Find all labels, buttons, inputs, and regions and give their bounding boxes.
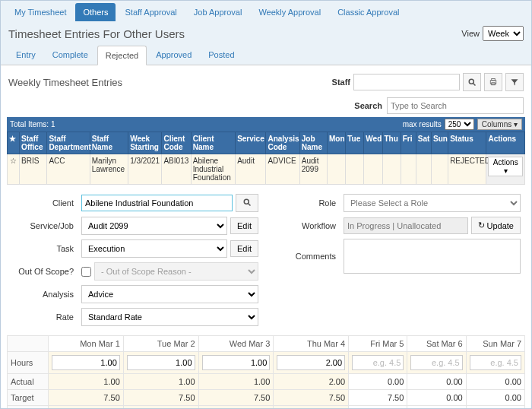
role-select[interactable]: Please Select a Role — [344, 194, 521, 212]
status-thu: REJECTED i — [274, 406, 349, 410]
target-thu: 7.50 — [274, 390, 349, 406]
tab-posted[interactable]: Posted — [201, 46, 242, 65]
nav-staff-approval[interactable]: Staff Approval — [117, 3, 184, 21]
day-h-3: Thu Mar 4 — [274, 336, 349, 352]
svg-point-0 — [469, 79, 473, 84]
nav-my-timesheet[interactable]: My Timesheet — [7, 3, 74, 21]
col-fri[interactable]: Fri — [401, 132, 416, 154]
nav-classic-approval[interactable]: Classic Approval — [330, 3, 407, 21]
print-button[interactable] — [484, 73, 502, 91]
columns-button[interactable]: Columns ▾ — [477, 119, 522, 130]
svg-line-1 — [473, 84, 476, 86]
tab-entry[interactable]: Entry — [8, 46, 43, 65]
table-row[interactable]: ☆ BRIS ACC Marilyn Lawrence 1/3/2021 ABI… — [8, 154, 525, 185]
view-select[interactable]: Week — [483, 26, 524, 41]
col-wed[interactable]: Wed — [364, 132, 382, 154]
col-mon[interactable]: Mon — [328, 132, 346, 154]
search-input[interactable] — [387, 97, 524, 114]
col-analysis[interactable]: Analysis Code — [266, 132, 299, 154]
staff-input[interactable] — [353, 74, 460, 90]
status-mon: REJECTED i — [49, 406, 124, 410]
cell-name: Marilyn Lawrence — [90, 154, 128, 185]
actual-fri: 0.00 — [349, 374, 407, 390]
rate-select[interactable]: Standard Rate — [81, 308, 258, 326]
comments-label: Comments — [274, 252, 344, 261]
task-select[interactable]: Execution — [81, 239, 227, 258]
cell-ccode: ABI013 — [162, 154, 191, 185]
service-select[interactable]: Audit 2099 — [81, 217, 227, 235]
col-sun[interactable]: Sun — [431, 132, 448, 154]
hours-sun[interactable] — [470, 355, 521, 370]
col-service[interactable]: Service — [236, 132, 266, 154]
cell-job: Audit 2099 — [299, 154, 327, 185]
tab-approved[interactable]: Approved — [148, 46, 199, 65]
task-label: Task — [11, 244, 81, 253]
client-search-button[interactable] — [236, 194, 258, 212]
target-sun: 0.00 — [466, 390, 524, 406]
filter-button[interactable] — [505, 73, 524, 91]
search-icon — [467, 78, 477, 87]
col-staff-name[interactable]: Staff Name — [90, 132, 128, 154]
service-edit-button[interactable]: Edit — [230, 217, 258, 234]
workflow-value: In Progress | Unallocated — [344, 217, 468, 234]
col-dept[interactable]: Staff Department — [47, 132, 90, 154]
target-wed: 7.50 — [198, 390, 274, 406]
tab-complete[interactable]: Complete — [45, 46, 96, 65]
tab-rejected[interactable]: Rejected — [97, 46, 147, 65]
view-label: View — [461, 29, 480, 38]
cell-status: REJECTED — [448, 154, 486, 185]
svg-marker-5 — [511, 79, 518, 85]
col-actions: Actions — [486, 132, 525, 154]
col-star[interactable]: ★ — [8, 132, 20, 154]
total-items: Total Items: 1 — [10, 120, 55, 128]
workflow-update-button[interactable]: ↻Update — [471, 217, 521, 234]
day-h-6: Sun Mar 7 — [466, 336, 524, 352]
row-actions-button[interactable]: Actions ▾ — [488, 157, 523, 176]
actual-tue: 1.00 — [123, 374, 198, 390]
svg-rect-3 — [492, 79, 496, 81]
nav-others[interactable]: Others — [75, 3, 116, 21]
col-cname[interactable]: Client Name — [191, 132, 235, 154]
svg-line-7 — [249, 204, 251, 206]
hours-fri[interactable] — [352, 355, 404, 370]
actual-wed: 1.00 — [198, 374, 274, 390]
analysis-select[interactable]: Advice — [81, 285, 258, 303]
cell-office: BRIS — [20, 154, 47, 185]
staff-search-button[interactable] — [463, 73, 481, 91]
nav-job-approval[interactable]: Job Approval — [186, 3, 250, 21]
col-office[interactable]: Staff Office — [20, 132, 47, 154]
hours-sat[interactable] — [410, 355, 462, 370]
task-edit-button[interactable]: Edit — [230, 240, 258, 257]
search-label: Search — [354, 101, 382, 110]
col-job[interactable]: Job Name — [299, 132, 327, 154]
row-star[interactable]: ☆ — [8, 154, 20, 185]
col-thu[interactable]: Thu — [382, 132, 401, 154]
actual-sun: 0.00 — [466, 374, 524, 390]
col-status[interactable]: Status — [448, 132, 486, 154]
hours-tue[interactable] — [127, 355, 195, 370]
search-icon — [242, 198, 252, 207]
nav-weekly-approval[interactable]: Weekly Approval — [251, 3, 328, 21]
target-mon: 7.50 — [49, 390, 124, 406]
client-input[interactable] — [81, 195, 233, 211]
svg-point-6 — [244, 199, 249, 204]
col-ccode[interactable]: Client Code — [162, 132, 191, 154]
hours-wed[interactable] — [202, 355, 271, 370]
cell-dept: ACC — [47, 154, 90, 185]
oos-checkbox[interactable] — [81, 267, 91, 277]
actual-mon: 1.00 — [49, 374, 124, 390]
col-sat[interactable]: Sat — [416, 132, 431, 154]
target-label: Target — [8, 390, 49, 406]
status-row-label: Status — [8, 406, 49, 410]
hours-mon[interactable] — [52, 355, 120, 370]
col-tue[interactable]: Tue — [346, 132, 364, 154]
day-grid: Mon Mar 1 Tue Mar 2 Wed Mar 3 Thu Mar 4 … — [7, 335, 525, 409]
col-week[interactable]: Week Starting — [128, 132, 162, 154]
hours-thu[interactable] — [277, 355, 345, 370]
max-results-label: max results — [403, 120, 442, 128]
comments-textarea[interactable] — [344, 239, 521, 274]
status-sat: IDLE — [407, 406, 466, 410]
max-results-select[interactable]: 250 — [445, 119, 474, 130]
day-h-1: Tue Mar 2 — [123, 336, 198, 352]
target-fri: 7.50 — [349, 390, 407, 406]
